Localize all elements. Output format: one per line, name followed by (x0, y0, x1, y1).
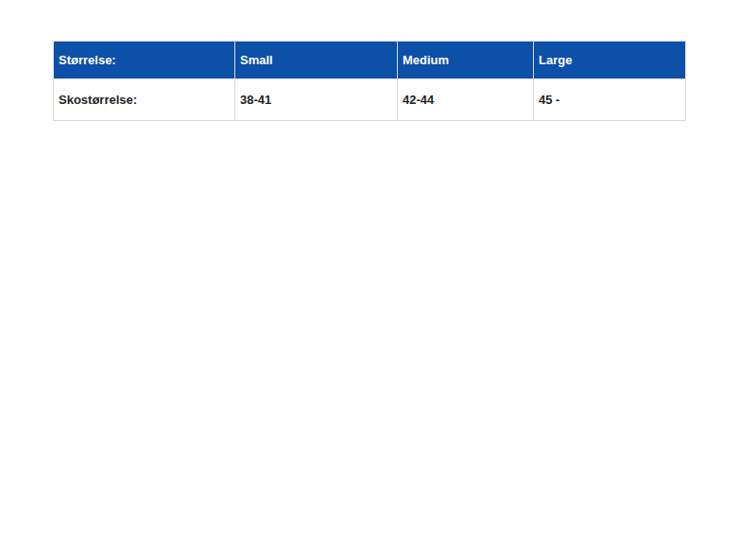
header-cell-large: Large (534, 42, 686, 79)
cell-skostorrelse-label: Skostørrelse: (54, 79, 235, 121)
cell-large-value: 45 - (534, 79, 686, 121)
cell-small-value: 38-41 (235, 79, 398, 121)
size-chart-header-row: Størrelse: Small Medium Large (54, 42, 686, 79)
header-cell-medium: Medium (398, 42, 534, 79)
header-cell-small: Small (235, 42, 398, 79)
table-row: Skostørrelse: 38-41 42-44 45 - (54, 79, 686, 121)
header-cell-storrelse: Størrelse: (54, 42, 235, 79)
cell-medium-value: 42-44 (398, 79, 534, 121)
page: Størrelse: Small Medium Large Skostørrel… (0, 0, 756, 550)
size-chart-table: Størrelse: Small Medium Large Skostørrel… (53, 41, 686, 121)
